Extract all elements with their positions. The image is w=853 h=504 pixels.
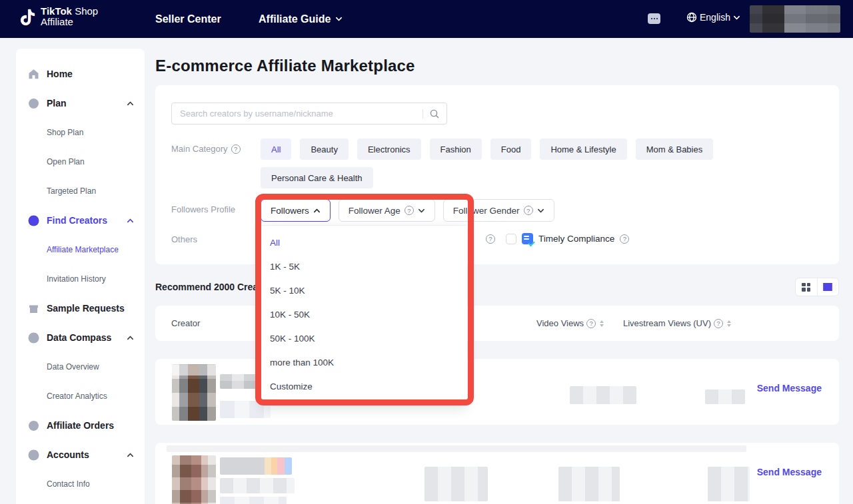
- category-chips: AllBeautyElectronicsFashionFoodHome & Li…: [261, 138, 823, 188]
- chevron-down-icon: [335, 15, 343, 23]
- send-message-button[interactable]: Send Message: [757, 467, 822, 477]
- tiktok-note-icon: [20, 7, 36, 27]
- others-options: ? Timely Compliance ?: [486, 233, 629, 244]
- creator-meta-blurred: [220, 478, 295, 493]
- sidebar-item-shop-plan[interactable]: Shop Plan: [16, 118, 145, 147]
- recommend-row: Recommend 2000 Creators: [155, 278, 839, 296]
- chevron-down-icon: [537, 207, 544, 214]
- sidebar-item-label: Invitation History: [47, 274, 134, 284]
- data-compass-icon: [28, 332, 39, 344]
- sidebar-item-label: Find Creators: [47, 215, 127, 226]
- filter-button-label: Follower Age: [349, 206, 401, 216]
- category-chip-mom-babies[interactable]: Mom & Babies: [636, 138, 714, 160]
- tiktok-shop-affiliate-logo[interactable]: TikTok Shop Affiliate: [20, 6, 98, 27]
- sidebar-item-accounts[interactable]: Accounts: [16, 440, 145, 469]
- category-chip-home-lifestyle[interactable]: Home & Lifestyle: [540, 138, 626, 160]
- livestream-views-value-blurred: [705, 389, 745, 404]
- filter-button-label: Follower Gender: [453, 206, 520, 216]
- sidebar-item-label: Affiliate Orders: [47, 420, 134, 431]
- sidebar-item-label: Data Compass: [47, 332, 127, 343]
- help-icon[interactable]: ?: [486, 234, 495, 244]
- timely-compliance-icon: [522, 233, 533, 244]
- category-chip-personal-care-health[interactable]: Personal Care & Health: [261, 167, 373, 188]
- nav-seller-center[interactable]: Seller Center: [155, 0, 221, 38]
- language-label: English: [700, 12, 730, 23]
- followers-option-50k-100k[interactable]: 50K - 100K: [261, 326, 467, 350]
- sidebar-item-open-plan[interactable]: Open Plan: [16, 147, 145, 176]
- recommend-count-text: Recommend 2000 Creators: [155, 282, 276, 292]
- chevron-up-icon: [127, 217, 134, 224]
- find-creators-icon: [28, 215, 39, 226]
- category-chip-electronics[interactable]: Electronics: [357, 138, 421, 160]
- sidebar-item-sample-requests[interactable]: Sample Requests: [16, 294, 145, 323]
- sidebar-item-find-creators[interactable]: Find Creators: [16, 206, 145, 235]
- category-chip-fashion[interactable]: Fashion: [430, 138, 482, 160]
- followers-option-more-than-100k[interactable]: more than 100K: [261, 350, 467, 374]
- category-chip-all[interactable]: All: [261, 138, 291, 160]
- stat-value-blurred: [425, 467, 488, 501]
- language-selector[interactable]: English: [686, 12, 740, 23]
- followers-option-1k-5k[interactable]: 1K - 5K: [261, 254, 467, 278]
- seller-center-label: Seller Center: [155, 13, 221, 25]
- creator-meta-blurred: [220, 497, 287, 504]
- followers-option-customize[interactable]: Customize: [261, 374, 467, 398]
- list-view-button[interactable]: [817, 278, 839, 296]
- table-header: Creator Video Views ? Livestream Views (…: [155, 306, 839, 341]
- creator-avatar-blurred[interactable]: [172, 364, 216, 421]
- followers-option-5k-10k[interactable]: 5K - 10K: [261, 278, 467, 302]
- nav-affiliate-guide[interactable]: Affiliate Guide: [259, 0, 343, 38]
- help-icon[interactable]: ?: [586, 319, 596, 328]
- sidebar-item-data-overview[interactable]: Data Overview: [16, 352, 145, 381]
- category-chip-food[interactable]: Food: [490, 138, 532, 160]
- sidebar-item-affiliate-orders[interactable]: Affiliate Orders: [16, 411, 145, 440]
- sidebar-item-home[interactable]: Home: [16, 59, 145, 89]
- sidebar-item-label: Plan: [47, 98, 127, 109]
- help-icon[interactable]: ?: [714, 319, 723, 328]
- video-views-value-blurred: [558, 467, 620, 501]
- chevron-down-icon: [418, 207, 425, 214]
- grid-view-button[interactable]: [796, 278, 817, 296]
- user-account-blurred[interactable]: [750, 5, 840, 33]
- sidebar-item-plan[interactable]: Plan: [16, 89, 145, 118]
- main-category-row: Main Category ? AllBeautyElectronicsFash…: [171, 138, 823, 188]
- help-icon[interactable]: ?: [620, 234, 629, 244]
- chevron-up-icon: [127, 100, 134, 107]
- brand-text: TikTok Shop Affiliate: [41, 6, 98, 27]
- sidebar-item-affiliate-marketplace[interactable]: Affiliate Marketplace: [16, 235, 145, 264]
- affiliate-guide-label: Affiliate Guide: [259, 13, 331, 25]
- sidebar-item-creator-analytics[interactable]: Creator Analytics: [16, 381, 145, 411]
- help-icon[interactable]: ?: [231, 144, 241, 154]
- timely-compliance-checkbox[interactable]: [506, 234, 516, 244]
- sidebar-item-label: Open Plan: [47, 157, 134, 166]
- sidebar-item-contact-info[interactable]: Contact Info: [16, 469, 145, 499]
- sort-icon[interactable]: [600, 320, 604, 327]
- search-input[interactable]: [180, 109, 423, 119]
- sidebar-item-invitation-history[interactable]: Invitation History: [16, 264, 145, 294]
- creator-row: Send Message: [155, 359, 839, 425]
- followers-profile-row: Followers Profile FollowersFollower Age?…: [171, 199, 823, 222]
- followers-option-all[interactable]: All: [261, 230, 467, 254]
- help-icon[interactable]: ?: [524, 206, 533, 215]
- creator-avatar-blurred[interactable]: [172, 455, 216, 504]
- chevron-down-icon: [733, 14, 740, 21]
- sidebar-item-label: Targeted Plan: [47, 186, 134, 196]
- send-message-button[interactable]: Send Message: [757, 383, 822, 393]
- sidebar-item-label: Affiliate Marketplace: [47, 245, 134, 254]
- sidebar-item-targeted-plan[interactable]: Targeted Plan: [16, 176, 145, 206]
- filter-card: Main Category ? AllBeautyElectronicsFash…: [155, 85, 839, 264]
- filter-button-followers[interactable]: Followers: [261, 199, 331, 222]
- search-icon[interactable]: [429, 109, 440, 119]
- sidebar-item-label: Creator Analytics: [47, 391, 134, 401]
- row-banner-blurred: [167, 445, 746, 452]
- sidebar-item-data-compass[interactable]: Data Compass: [16, 323, 145, 352]
- help-icon[interactable]: ?: [405, 206, 414, 215]
- top-navbar: TikTok Shop Affiliate Seller Center Affi…: [0, 0, 853, 38]
- filter-button-follower-age[interactable]: Follower Age?: [339, 199, 435, 222]
- message-icon[interactable]: [648, 13, 660, 24]
- followers-option-10k-50k[interactable]: 10K - 50K: [261, 302, 467, 326]
- sort-icon[interactable]: [727, 320, 731, 327]
- creator-search: [171, 103, 447, 125]
- filter-button-follower-gender[interactable]: Follower Gender?: [443, 199, 554, 222]
- search-divider: [423, 109, 423, 119]
- category-chip-beauty[interactable]: Beauty: [300, 138, 348, 160]
